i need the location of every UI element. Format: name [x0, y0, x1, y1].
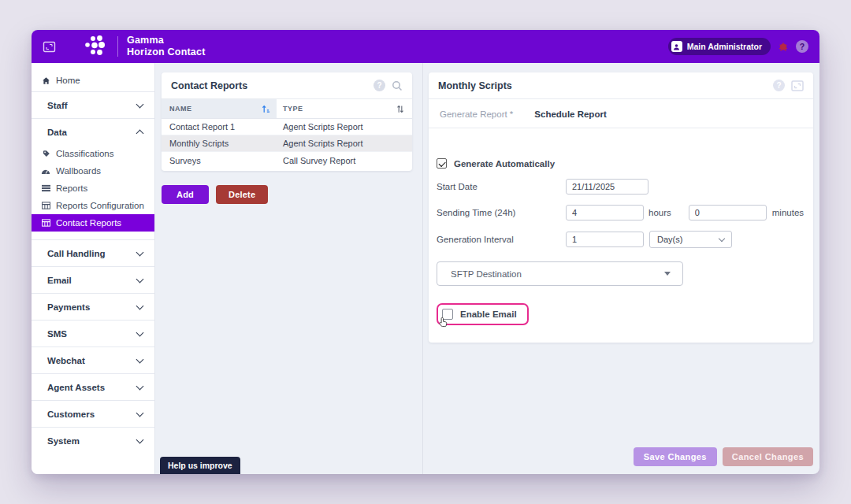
fit-screen-icon[interactable] [43, 41, 56, 53]
chevron-down-icon [719, 235, 725, 241]
reports-configuration-icon [41, 201, 50, 210]
sidebar-item-classifications[interactable]: Classifications [32, 145, 154, 162]
minutes-input[interactable] [689, 205, 767, 220]
chevron-down-icon [136, 100, 144, 108]
checkbox-checked-icon[interactable] [437, 158, 447, 169]
table-header: NAME TYPE [162, 99, 412, 119]
generate-automatically-checkbox[interactable]: Generate Automatically [437, 158, 805, 169]
sidebar-item-reports[interactable]: Reports [32, 180, 154, 197]
sidebar-spacer [32, 232, 154, 239]
start-date-input[interactable] [566, 179, 648, 195]
checkbox-label: Generate Automatically [454, 159, 555, 169]
brand-title: Gamma Horizon Contact [127, 35, 206, 58]
sidebar-item-label: SMS [47, 329, 67, 339]
sidebar-item-sms[interactable]: SMS [32, 321, 154, 346]
enable-email-checkbox[interactable]: Enable Email [437, 303, 529, 325]
sidebar-item-staff[interactable]: Staff [32, 92, 154, 118]
help-icon[interactable] [796, 40, 808, 53]
tab-schedule-report[interactable]: Schedule Report [534, 109, 606, 119]
checkbox-unchecked-icon[interactable] [442, 309, 453, 320]
top-header: Gamma Horizon Contact Main Administrator [32, 30, 819, 63]
sidebar-item-label: Call Handling [47, 249, 105, 258]
sort-ascending-icon [262, 105, 270, 113]
sidebar-item-reports-configuration[interactable]: Reports Configuration [32, 197, 154, 214]
reports-list-section: Contact Reports NAME [155, 63, 422, 474]
sftp-destination-dropdown[interactable]: SFTP Destination [437, 261, 683, 286]
save-changes-button[interactable]: Save Changes [634, 447, 717, 466]
contact-reports-panel: Contact Reports NAME [162, 72, 412, 171]
header-divider [117, 36, 118, 57]
tab-bar: Generate Report * Schedule Report [429, 99, 813, 128]
sidebar-item-payments[interactable]: Payments [32, 294, 154, 320]
monthly-scripts-panel: Monthly Scripts Generate Report * Schedu… [429, 72, 813, 343]
chevron-down-icon [136, 275, 144, 283]
interval-input[interactable] [566, 232, 644, 247]
column-header-type[interactable]: TYPE [277, 99, 412, 118]
sidebar-item-label: Agent Assets [47, 383, 105, 392]
tab-generate-report[interactable]: Generate Report * [440, 109, 513, 119]
reports-icon [41, 183, 50, 193]
bug-report-icon[interactable] [778, 41, 789, 52]
sidebar-item-webchat[interactable]: Webchat [32, 347, 154, 373]
sidebar-item-call-handling[interactable]: Call Handling [32, 240, 154, 266]
cell-name: Contact Report 1 [162, 122, 277, 132]
sidebar-item-contact-reports[interactable]: Contact Reports [32, 214, 154, 232]
sidebar-item-customers[interactable]: Customers [32, 401, 154, 427]
panel-help-icon[interactable] [373, 80, 385, 91]
sidebar-item-wallboards[interactable]: Wallboards [32, 162, 154, 180]
table-row-selected[interactable]: Monthly Scripts Agent Scripts Report [162, 135, 412, 152]
brand-line1: Gamma [127, 35, 206, 46]
cancel-changes-button[interactable]: Cancel Changes [723, 447, 813, 466]
expand-icon[interactable] [791, 80, 804, 91]
sidebar-item-label: Classifications [56, 149, 114, 158]
table-row[interactable]: Contact Report 1 Agent Scripts Report [162, 119, 412, 135]
user-badge[interactable]: Main Administrator [668, 38, 771, 55]
delete-button[interactable]: Delete [216, 185, 268, 204]
schedule-form: Generate Automatically Start Date Sendin… [429, 158, 813, 325]
column-label: NAME [169, 105, 192, 113]
wallboards-icon [41, 166, 50, 176]
sidebar-item-label: Staff [47, 101, 68, 110]
user-icon [671, 41, 682, 52]
sidebar-item-email[interactable]: Email [32, 267, 154, 293]
generation-interval-label: Generation Interval [437, 235, 566, 244]
sidebar-item-system[interactable]: System [32, 428, 154, 454]
gamma-logo [84, 34, 109, 59]
minutes-suffix: minutes [772, 208, 804, 217]
add-button[interactable]: Add [162, 185, 209, 204]
column-header-name[interactable]: NAME [162, 99, 277, 118]
interval-unit-select[interactable]: Day(s) [649, 231, 732, 248]
sidebar-item-label: Customers [47, 410, 95, 419]
hours-input[interactable] [566, 205, 644, 220]
table-row[interactable]: Surveys Call Survey Report [162, 152, 412, 169]
cell-type: Agent Scripts Report [277, 122, 412, 132]
sending-time-label: Sending Time (24h) [437, 208, 566, 217]
main-content: Contact Reports NAME [155, 63, 819, 474]
cell-name: Monthly Scripts [162, 139, 277, 148]
sidebar-item-agent-assets[interactable]: Agent Assets [32, 374, 154, 400]
help-us-improve-badge[interactable]: Help us improve [160, 457, 240, 474]
chevron-down-icon [136, 382, 144, 390]
sidebar-item-label: Webchat [47, 356, 85, 365]
home-icon [41, 76, 50, 85]
sidebar-item-home[interactable]: Home [32, 69, 154, 91]
sort-icon [396, 105, 404, 113]
sidebar-item-label: Reports Configuration [56, 201, 144, 210]
contact-reports-icon [41, 218, 50, 228]
sidebar-item-label: Contact Reports [56, 218, 121, 228]
panel-help-icon[interactable] [773, 80, 785, 91]
checkbox-label: Enable Email [460, 309, 517, 319]
cell-name: Surveys [162, 156, 277, 165]
chevron-up-icon [136, 129, 144, 137]
user-badge-label: Main Administrator [687, 42, 762, 51]
chevron-down-icon [136, 355, 144, 363]
enable-email-wrap: Enable Email [437, 303, 529, 325]
sidebar-item-label: Data [47, 128, 67, 137]
app-window: Gamma Horizon Contact Main Administrator [32, 30, 819, 474]
sidebar-item-label: Reports [56, 183, 87, 193]
hours-suffix: hours [648, 208, 671, 217]
sidebar-item-label: Home [56, 76, 80, 85]
sidebar-item-data[interactable]: Data [32, 119, 154, 145]
search-icon[interactable] [392, 80, 403, 91]
brand-line2: Horizon Contact [127, 46, 206, 58]
